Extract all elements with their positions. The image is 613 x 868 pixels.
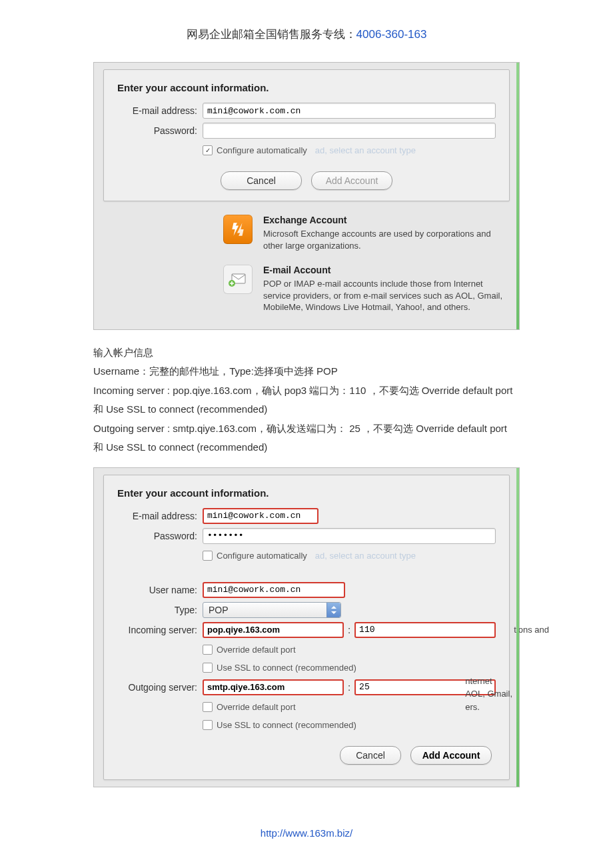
header-prefix: 网易企业邮箱全国销售服务专线： (187, 28, 356, 41)
password-input[interactable] (203, 123, 496, 139)
instr-line-1: 输入帐户信息 (93, 343, 520, 363)
page-footer: http://www.163m.biz/ (0, 827, 613, 839)
exchange-icon (223, 215, 253, 244)
footer-link[interactable]: http://www.163m.biz/ (261, 827, 352, 839)
tile-exchange-body: Microsoft Exchange accounts are used by … (263, 228, 503, 251)
configure-auto2-checkbox[interactable]: Configure automatically (203, 551, 307, 561)
email-icon (223, 265, 253, 294)
outgoing-input[interactable] (203, 679, 344, 695)
outgoing-label: Outgoing server: (117, 682, 203, 693)
incoming-ssl-checkbox[interactable]: Use SSL to connect (recommended) (203, 663, 356, 673)
password2-label: Password: (117, 531, 203, 541)
add-account-button[interactable]: Add Account (311, 171, 392, 190)
tile-email[interactable]: E-mail Account POP or IMAP e-mail accoun… (223, 258, 510, 320)
instructions: 输入帐户信息 Username：完整的邮件地址，Type:选择项中选择 POP … (93, 343, 520, 457)
ghost-hint: ad, select an account type (315, 145, 416, 155)
checkbox-icon (203, 551, 213, 561)
dialog1-title: Enter your account information. (117, 82, 496, 93)
dialog1: Enter your account information. E-mail a… (93, 62, 520, 330)
tile-email-body: POP or IMAP e-mail accounts include thos… (263, 278, 503, 313)
configure-auto-label: Configure automatically (217, 145, 307, 155)
outgoing-ssl-label: Use SSL to connect (recommended) (217, 720, 356, 730)
instr-line-3: Incoming server : pop.qiye.163.com，确认 po… (93, 381, 520, 419)
checkbox-icon (203, 145, 213, 155)
incoming-override-label: Override default port (217, 645, 296, 655)
password2-input[interactable] (203, 528, 496, 544)
incoming-label: Incoming server: (117, 625, 203, 635)
incoming-ssl-label: Use SSL to connect (recommended) (217, 663, 356, 673)
add-account2-button[interactable]: Add Account (410, 746, 492, 765)
username-label: User name: (117, 585, 203, 595)
username-input[interactable] (203, 582, 345, 598)
bg-hint-incoming: tions and (514, 625, 549, 635)
configure-auto-checkbox[interactable]: Configure automatically (203, 145, 307, 155)
type-select[interactable]: POP (203, 602, 341, 618)
checkbox-icon (203, 720, 213, 730)
dialog2-title: Enter your account information. (117, 487, 496, 499)
tile-exchange[interactable]: Exchange Account Microsoft Exchange acco… (223, 208, 510, 258)
tile-exchange-title: Exchange Account (263, 215, 503, 225)
email-input[interactable] (203, 103, 496, 119)
page-header: 网易企业邮箱全国销售服务专线：4006-360-163 (0, 27, 613, 42)
incoming-override-checkbox[interactable]: Override default port (203, 645, 296, 655)
bg-hint-block: nternet AOL, Gmail, ers. (465, 675, 512, 714)
colon: : (348, 624, 350, 635)
cancel-button[interactable]: Cancel (221, 171, 302, 190)
instr-line-2: Username：完整的邮件地址，Type:选择项中选择 POP (93, 362, 520, 381)
outgoing-override-label: Override default port (217, 702, 296, 712)
dialog2: Enter your account information. E-mail a… (93, 467, 520, 787)
ghost-hint2: ad, select an account type (315, 551, 416, 561)
cancel2-button[interactable]: Cancel (340, 746, 401, 765)
account-type-tiles: Exchange Account Microsoft Exchange acco… (103, 208, 510, 329)
password-label: Password: (117, 125, 203, 136)
email2-input[interactable] (203, 508, 318, 524)
checkbox-icon (203, 702, 213, 712)
email2-label: E-mail address: (117, 511, 203, 521)
header-hotline: 4006-360-163 (356, 28, 427, 41)
email-label: E-mail address: (117, 105, 203, 116)
checkbox-icon (203, 663, 213, 673)
instr-line-4: Outgoing server : smtp.qiye.163.com，确认发送… (93, 419, 520, 457)
incoming-port-input[interactable] (354, 622, 496, 638)
colon: : (348, 681, 350, 693)
outgoing-override-checkbox[interactable]: Override default port (203, 702, 296, 712)
type-value: POP (209, 605, 229, 615)
configure-auto2-label: Configure automatically (217, 551, 307, 561)
type-label: Type: (117, 605, 203, 615)
outgoing-ssl-checkbox[interactable]: Use SSL to connect (recommended) (203, 720, 356, 730)
tile-email-title: E-mail Account (263, 265, 503, 275)
incoming-input[interactable] (203, 622, 344, 638)
checkbox-icon (203, 645, 213, 655)
